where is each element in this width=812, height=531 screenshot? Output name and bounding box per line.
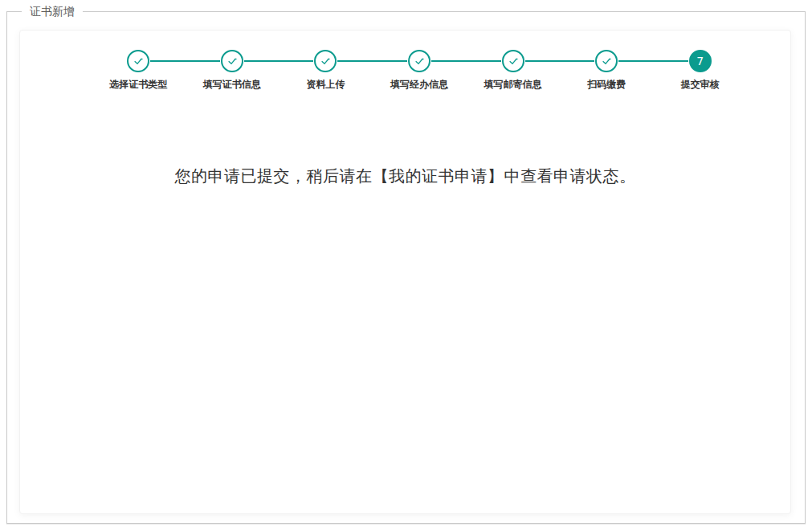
step-item-fill-cert-info: 填写证书信息 — [186, 50, 280, 92]
step-label: 填写证书信息 — [203, 78, 261, 92]
step-item-upload-materials: 资料上传 — [279, 50, 373, 92]
step-circle-done — [595, 50, 618, 72]
step-circle-done — [502, 50, 524, 72]
step-label: 提交审核 — [681, 78, 720, 92]
check-icon — [226, 55, 239, 67]
step-item-fill-mailing-info: 填写邮寄信息 — [466, 50, 560, 92]
step-label: 选择证书类型 — [109, 78, 167, 92]
step-label: 填写经办信息 — [390, 78, 448, 92]
step-circle-done — [314, 50, 337, 72]
step-label: 扫码缴费 — [587, 78, 626, 92]
step-item-select-cert-type: 选择证书类型 — [92, 50, 186, 92]
check-icon — [413, 55, 426, 67]
step-number-badge: 7 — [696, 55, 704, 67]
certificate-add-panel: 证书新增 选择证书类型 填写证书信息 — [6, 4, 806, 524]
wizard-card: 选择证书类型 填写证书信息 资料上传 — [19, 30, 791, 514]
step-item-scan-pay: 扫码缴费 — [560, 50, 654, 92]
check-icon — [507, 55, 520, 67]
check-icon — [132, 55, 145, 67]
step-wizard: 选择证书类型 填写证书信息 资料上传 — [92, 50, 747, 92]
step-circle-done — [127, 50, 149, 72]
check-icon — [319, 55, 332, 67]
step-item-fill-handler-info: 填写经办信息 — [373, 50, 467, 92]
step-circle-done — [221, 50, 243, 72]
step-label: 填写邮寄信息 — [484, 78, 542, 92]
step-item-submit-review: 7 提交审核 — [653, 50, 747, 92]
submission-status-message: 您的申请已提交，稍后请在【我的证书申请】中查看申请状态。 — [20, 165, 790, 187]
step-circle-done — [408, 50, 430, 72]
step-circle-current: 7 — [689, 50, 712, 72]
step-label: 资料上传 — [306, 78, 345, 92]
check-icon — [600, 55, 613, 67]
panel-legend: 证书新增 — [22, 4, 83, 19]
